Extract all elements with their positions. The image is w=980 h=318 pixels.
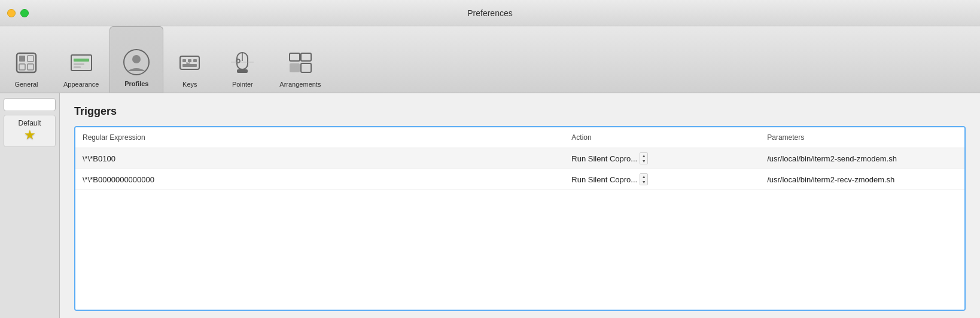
action-label-0: Run Silent Copro... — [571, 154, 637, 163]
svg-rect-5 — [71, 55, 92, 71]
svg-rect-14 — [193, 59, 197, 62]
cell-regex-1: \*\*B0000000000000 — [75, 169, 564, 189]
cell-action-0: Run Silent Copro... ▲ ▼ — [564, 148, 760, 169]
tab-profiles[interactable]: Profiles — [109, 26, 163, 93]
svg-rect-8 — [74, 66, 81, 68]
cell-params-1: /usr/local/bin/iterm2-recv-zmodem.sh — [760, 169, 964, 189]
stepper-up-0[interactable]: ▲ — [640, 153, 647, 158]
svg-text:⌘: ⌘ — [185, 62, 191, 68]
tab-arrangements[interactable]: Arrangements — [269, 26, 331, 93]
main-content: Default ★ Triggers Regular Expression Ac… — [0, 93, 980, 318]
profiles-icon — [121, 47, 152, 78]
svg-rect-22 — [290, 53, 300, 61]
maximize-button[interactable] — [20, 9, 29, 17]
action-label-1: Run Silent Copro... — [571, 175, 637, 184]
appearance-icon — [66, 47, 97, 78]
tab-appearance[interactable]: Appearance — [53, 26, 109, 93]
col-regex: Regular Expression — [75, 131, 564, 144]
svg-rect-23 — [301, 53, 311, 61]
svg-rect-7 — [74, 63, 84, 65]
empty-table-area — [75, 190, 964, 310]
keys-icon: ⌘ — [174, 47, 205, 78]
stepper-up-1[interactable]: ▲ — [640, 174, 647, 179]
stepper-down-0[interactable]: ▼ — [640, 158, 647, 164]
stepper-1[interactable]: ▲ ▼ — [640, 173, 648, 185]
sidebar: Default ★ — [0, 93, 60, 318]
traffic-lights — [7, 9, 29, 17]
general-label: General — [14, 81, 38, 88]
col-parameters: Parameters — [760, 131, 964, 144]
svg-rect-24 — [290, 63, 300, 72]
sidebar-item-label: Default — [18, 119, 41, 127]
tab-keys[interactable]: ⌘ Keys — [163, 26, 216, 93]
table-header: Regular Expression Action Parameters — [75, 127, 964, 148]
triggers-title: Triggers — [74, 105, 966, 118]
star-icon: ★ — [24, 127, 36, 143]
appearance-label: Appearance — [63, 81, 99, 88]
cell-action-1: Run Silent Copro... ▲ ▼ — [564, 169, 760, 189]
svg-rect-25 — [301, 63, 311, 72]
svg-point-10 — [132, 55, 141, 63]
table-row: \*\*B0000000000000 Run Silent Copro... ▲… — [75, 169, 964, 190]
search-input[interactable] — [4, 98, 56, 111]
cell-params-0: /usr/local/bin/iterm2-send-zmodem.sh — [760, 148, 964, 169]
svg-rect-6 — [74, 59, 89, 62]
arrangements-icon — [285, 47, 316, 78]
pointer-label: Pointer — [232, 81, 253, 88]
tab-pointer[interactable]: Pointer — [216, 26, 269, 93]
minimize-button[interactable] — [7, 9, 16, 17]
keys-label: Keys — [182, 81, 197, 88]
svg-rect-1 — [19, 56, 25, 62]
general-icon — [11, 47, 42, 78]
sidebar-item-default[interactable]: Default ★ — [4, 115, 56, 147]
svg-rect-2 — [28, 56, 34, 62]
arrangements-label: Arrangements — [279, 81, 321, 88]
toolbar: General Appearance — [0, 26, 980, 93]
svg-rect-4 — [28, 64, 34, 70]
title-bar: Preferences — [0, 0, 980, 26]
svg-rect-21 — [237, 69, 248, 73]
toolbar-items: General Appearance — [0, 26, 331, 93]
tab-general[interactable]: General — [0, 26, 53, 93]
triggers-table: Regular Expression Action Parameters \*\… — [74, 126, 966, 311]
stepper-0[interactable]: ▲ ▼ — [640, 152, 648, 164]
cell-regex-0: \*\*B0100 — [75, 148, 564, 169]
col-action: Action — [564, 131, 760, 144]
pointer-icon — [227, 47, 258, 78]
table-row: \*\*B0100 Run Silent Copro... ▲ ▼ /usr/l… — [75, 148, 964, 169]
svg-rect-3 — [19, 64, 25, 70]
profiles-label: Profiles — [124, 80, 148, 87]
right-panel: Triggers Regular Expression Action Param… — [60, 93, 980, 318]
window-title: Preferences — [467, 8, 512, 18]
stepper-down-1[interactable]: ▼ — [640, 179, 647, 185]
